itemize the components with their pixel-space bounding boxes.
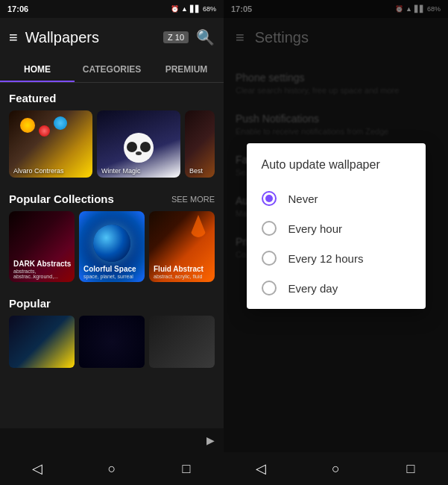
collections-header: Popular Collections SEE MORE: [0, 187, 224, 211]
home-button-left[interactable]: ○: [97, 454, 127, 484]
popular-title: Popular: [0, 291, 224, 316]
dialog-overlay: Auto update wallpaper Never Every hour E…: [224, 0, 448, 452]
option-every-hour[interactable]: Every hour: [247, 213, 426, 243]
collection-item-1[interactable]: DARK Abstracts abstracts, abstrac..kgrou…: [9, 211, 75, 282]
featured-title: Featured: [0, 83, 224, 110]
right-panel: 17:05 ⏰ ▲ ▋▋ 68% ≡ Settings Phone settin…: [224, 0, 448, 485]
status-icons-left: ⏰ ▲ ▋▋ 68%: [171, 5, 216, 13]
tab-home[interactable]: HOME: [0, 57, 75, 82]
left-panel: 17:06 ⏰ ▲ ▋▋ 68% ≡ Wallpapers Z 10 🔍 HOM…: [0, 0, 224, 485]
tab-categories[interactable]: CATEGORIES: [75, 57, 149, 82]
popular-item-1[interactable]: [9, 316, 75, 368]
see-more-button[interactable]: SEE MORE: [171, 195, 215, 204]
option-never[interactable]: Never: [247, 184, 426, 213]
wifi-icon: ▲: [181, 5, 188, 13]
featured-item-3[interactable]: Best: [185, 110, 215, 178]
collection-item-3[interactable]: Fluid Abstract abstract, acrylic, fluid: [149, 211, 215, 282]
option-every-day-label: Every day: [288, 282, 338, 295]
featured-row: Alvaro Contreras Winter Magic Best: [0, 110, 224, 187]
panda-eye-right: [140, 142, 151, 152]
flame-graphic: [189, 215, 207, 237]
radio-every-12-hours[interactable]: [262, 251, 277, 266]
scroll-content: Featured Alvaro Contreras Winter Magic B…: [0, 83, 224, 428]
nav-bar-right: ◁ ○ □: [224, 452, 448, 485]
featured-item-2[interactable]: Winter Magic: [97, 110, 180, 178]
panda-eye-left: [127, 142, 137, 152]
radio-never[interactable]: [262, 191, 277, 206]
featured-label-3: Best: [189, 167, 203, 175]
z10-badge: Z 10: [163, 31, 189, 43]
search-icon[interactable]: 🔍: [196, 28, 215, 46]
option-every-hour-label: Every hour: [288, 222, 343, 235]
back-button-right[interactable]: ◁: [246, 454, 276, 484]
option-every-12-hours[interactable]: Every 12 hours: [247, 243, 426, 273]
collections-title: Popular Collections: [9, 193, 114, 205]
featured-item-1[interactable]: Alvaro Contreras: [9, 110, 92, 178]
battery-left: 68%: [203, 5, 216, 13]
ornament-1: [20, 118, 35, 133]
app-title: Wallpapers: [25, 29, 156, 46]
collection-label-1: DARK Abstracts abstracts, abstrac..kgrou…: [13, 260, 75, 279]
option-every-day[interactable]: Every day: [247, 273, 426, 303]
home-button-right[interactable]: ○: [321, 454, 350, 484]
collection-label-2: Colorful Space space, planet, surreal: [83, 265, 136, 279]
ornament-2: [39, 125, 50, 137]
popular-item-3[interactable]: [149, 316, 215, 368]
radio-every-hour[interactable]: [262, 221, 277, 236]
nav-bar-left: ◁ ○ □: [0, 452, 224, 485]
panda-nose: [136, 151, 142, 155]
radio-every-day[interactable]: [262, 281, 277, 295]
ornament-3: [54, 116, 67, 130]
dialog-title: Auto update wallpaper: [247, 158, 426, 184]
collection-label-3: Fluid Abstract abstract, acrylic, fluid: [154, 265, 204, 279]
auto-update-dialog: Auto update wallpaper Never Every hour E…: [247, 143, 426, 309]
option-every-12-hours-label: Every 12 hours: [288, 252, 364, 265]
collections-row: DARK Abstracts abstracts, abstrac..kgrou…: [0, 211, 224, 291]
hamburger-menu-icon[interactable]: ≡: [9, 29, 18, 46]
tabs-bar: HOME CATEGORIES PREMIUM: [0, 57, 224, 83]
ad-icon: ▶: [206, 434, 215, 446]
time-left: 17:06: [7, 4, 28, 13]
option-never-label: Never: [288, 193, 318, 205]
alarm-icon: ⏰: [171, 5, 179, 13]
recents-button-left[interactable]: □: [171, 454, 201, 484]
featured-label-1: Alvaro Contreras: [13, 167, 64, 175]
recents-button-right[interactable]: □: [396, 454, 426, 484]
featured-label-2: Winter Magic: [101, 167, 141, 175]
back-button-left[interactable]: ◁: [22, 454, 52, 484]
popular-item-2[interactable]: [79, 316, 145, 368]
top-bar-left: ≡ Wallpapers Z 10 🔍: [0, 18, 224, 57]
signal-icon: ▋▋: [190, 5, 201, 13]
popular-row: [0, 316, 224, 374]
ad-banner: ▶: [0, 428, 224, 452]
tab-premium[interactable]: PREMIUM: [149, 57, 224, 82]
status-bar-left: 17:06 ⏰ ▲ ▋▋ 68%: [0, 0, 224, 18]
planet-graphic: [93, 225, 130, 262]
radio-inner-never: [265, 195, 273, 202]
collection-item-2[interactable]: Colorful Space space, planet, surreal: [79, 211, 145, 282]
panda-face: [124, 133, 154, 163]
